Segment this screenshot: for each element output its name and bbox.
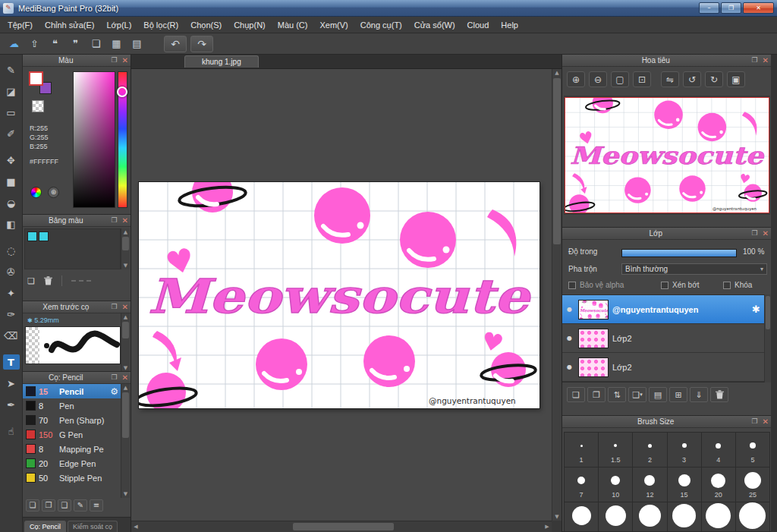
hue-indicator[interactable]	[117, 87, 127, 97]
navigator-preview[interactable]	[564, 96, 770, 215]
brush-item[interactable]: 15 Pencil ⚙	[23, 384, 121, 398]
layer-folder-icon[interactable]: ▤	[649, 387, 667, 402]
foreground-color-swatch[interactable]	[29, 71, 43, 86]
new-document-button[interactable]: ❏	[87, 36, 105, 52]
eye-icon[interactable]: ●	[565, 307, 574, 313]
scrollbar-thumb[interactable]	[122, 392, 129, 438]
fit-window-icon[interactable]: ▢	[611, 71, 629, 87]
gradient-tool-button[interactable]: ◧	[3, 216, 20, 231]
brush-menu-icon[interactable]: ❑	[58, 499, 71, 512]
chat-button[interactable]: ❞	[66, 36, 85, 52]
transparent-color-swatch[interactable]	[32, 100, 44, 112]
blend-mode-select[interactable]: Bình thường ▾	[621, 263, 767, 275]
palette-swatch[interactable]	[27, 231, 37, 241]
layer-list-scrollbar[interactable]	[764, 294, 771, 382]
scroll-down-icon[interactable]: ▼	[124, 490, 127, 498]
add-layer-icon[interactable]: ❏	[567, 387, 585, 402]
hand-tool-button[interactable]: ☝	[3, 423, 20, 439]
float-panel-icon[interactable]: ❐	[109, 304, 120, 310]
scroll-up-icon[interactable]: ▲	[124, 313, 127, 321]
transfer-layer-icon[interactable]: ⇅	[608, 387, 626, 402]
float-panel-icon[interactable]: ❐	[109, 57, 120, 64]
scroll-down-icon[interactable]: ▼	[555, 513, 558, 521]
layer-settings-icon[interactable]: ✱	[752, 304, 764, 314]
scrollbar-thumb[interactable]	[553, 78, 561, 244]
select-pen-tool-button[interactable]: ✑	[3, 307, 20, 322]
brush-size-option[interactable]	[599, 502, 632, 532]
brush-size-option[interactable]: 3	[668, 433, 701, 467]
menu-tools[interactable]: Công cụ(T)	[354, 18, 408, 32]
minimize-button[interactable]: –	[699, 2, 719, 14]
bucket-tool-button[interactable]: ◒	[3, 195, 20, 210]
float-panel-icon[interactable]: ❐	[750, 57, 760, 64]
undo-button[interactable]: ↶	[164, 36, 187, 52]
add-layer-menu-icon[interactable]: ❑▾	[628, 387, 646, 402]
float-panel-icon[interactable]: ❐	[109, 374, 120, 381]
close-panel-icon[interactable]: ✕	[760, 418, 771, 426]
add-color-icon[interactable]: ❏	[27, 277, 35, 285]
brush-size-option[interactable]: 15	[668, 467, 701, 502]
menu-filter[interactable]: Bộ lọc(R)	[137, 18, 184, 32]
redo-button[interactable]: ↷	[190, 36, 213, 52]
float-panel-icon[interactable]: ❐	[750, 230, 760, 237]
brush-size-option[interactable]	[668, 502, 701, 532]
close-panel-icon[interactable]: ✕	[120, 217, 131, 225]
protect-alpha-checkbox[interactable]	[568, 282, 576, 289]
opacity-slider[interactable]	[621, 249, 737, 257]
lasso-tool-button[interactable]: ✇	[3, 264, 20, 279]
color-wheel-icon[interactable]	[30, 187, 42, 198]
brush-size-option[interactable]: 5	[736, 433, 769, 467]
rotate-ccw-icon[interactable]: ↺	[683, 71, 701, 87]
menu-help[interactable]: Help	[495, 18, 524, 32]
brush-list-icon[interactable]: ≡	[90, 499, 103, 512]
tab-brush-control[interactable]: Kiểm soát cọ	[68, 521, 118, 532]
canvas-hscrollbar[interactable]: ◀ ▶	[131, 521, 552, 532]
rotate-cw-icon[interactable]: ↻	[705, 71, 723, 87]
document-tab[interactable]: khung 1.jpg	[184, 55, 259, 68]
brush-item[interactable]: 50 Stipple Pen	[23, 471, 121, 485]
brush-item[interactable]: 20 Edge Pen	[23, 456, 121, 471]
select-tool-button[interactable]: ◌	[3, 243, 20, 258]
brush-size-option[interactable]: 20	[702, 467, 735, 502]
shape-brush-tool-button[interactable]: ▭	[3, 105, 20, 120]
flip-view-icon[interactable]: ⇋	[661, 71, 679, 87]
text-tool-button[interactable]: T	[3, 354, 20, 370]
scroll-up-icon[interactable]: ▲	[555, 69, 558, 77]
brush-size-option[interactable]	[633, 502, 666, 532]
move-tool-button[interactable]: ✥	[3, 153, 20, 168]
brush-size-option[interactable]: 7	[565, 467, 598, 502]
canvas-viewport[interactable]: ▲ ▼	[131, 69, 562, 521]
select-eraser-tool-button[interactable]: ⌫	[3, 328, 20, 343]
float-panel-icon[interactable]: ❐	[109, 217, 120, 224]
menu-window[interactable]: Cửa sổ(W)	[408, 18, 461, 32]
menu-view[interactable]: Xem(V)	[313, 18, 354, 32]
canvas-vscrollbar[interactable]: ▲ ▼	[552, 69, 562, 521]
menu-file[interactable]: Tệp(F)	[2, 18, 39, 32]
scroll-left-icon[interactable]: ◀	[131, 524, 140, 530]
eyedropper-tool-button[interactable]: ✒	[3, 397, 20, 412]
brush-size-option[interactable]: 1	[565, 433, 598, 467]
layer-row[interactable]: ● @nguyentrantuquyen ✱	[562, 295, 764, 324]
saturation-value-picker[interactable]	[73, 71, 115, 208]
scrollbar-thumb[interactable]	[293, 523, 394, 530]
float-panel-icon[interactable]: ❐	[750, 418, 760, 425]
color-mixer-icon[interactable]: ⊛	[48, 187, 59, 198]
operation-tool-button[interactable]: ➤	[3, 376, 20, 391]
canvas[interactable]	[139, 182, 539, 408]
close-panel-icon[interactable]: ✕	[120, 304, 131, 311]
brush-size-option[interactable]: 1.5	[599, 433, 632, 467]
lock-checkbox[interactable]	[723, 282, 731, 289]
publish-button[interactable]: ⇧	[25, 36, 44, 52]
panel-layout-button[interactable]: ▦	[107, 36, 126, 52]
brush-size-option[interactable]: 2	[633, 433, 666, 467]
brush-size-option[interactable]: 25	[736, 467, 769, 502]
close-panel-icon[interactable]: ✕	[760, 57, 771, 65]
brush-size-option[interactable]	[702, 502, 735, 532]
duplicate-layer-icon[interactable]: ❐	[587, 387, 606, 402]
brush-size-option[interactable]: 12	[633, 467, 666, 502]
scrollbar-thumb[interactable]	[122, 237, 129, 250]
menu-cloud[interactable]: Cloud	[461, 18, 495, 32]
brush-size-option[interactable]: 4	[702, 433, 735, 467]
scrollbar-thumb[interactable]	[766, 296, 770, 329]
layer-row[interactable]: ● Lớp2	[562, 353, 764, 382]
